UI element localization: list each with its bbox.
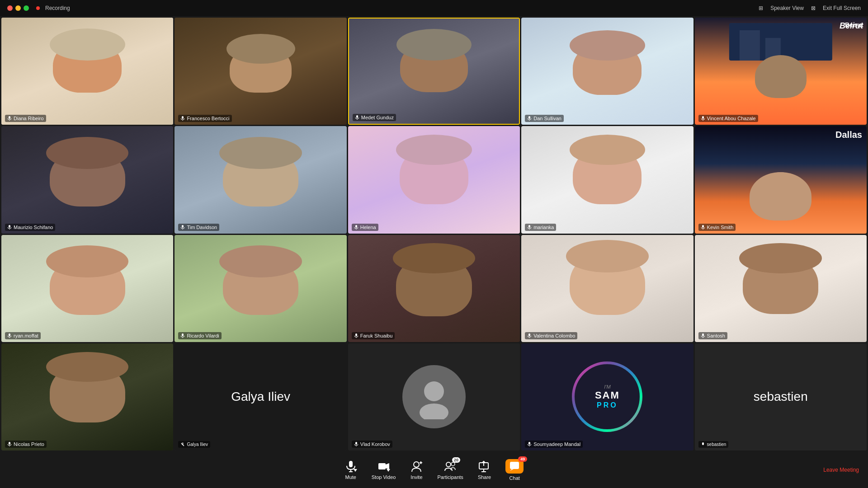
- participant-cell-diana: Diana Ribeiro: [1, 18, 173, 125]
- svg-rect-33: [182, 442, 184, 445]
- participant-name-diana: Diana Ribeiro: [5, 115, 46, 122]
- participant-cell-galya: Galya Iliev Galya Iliev: [175, 343, 346, 450]
- participant-name-maurizio: Maurizio Schifano: [5, 224, 55, 231]
- mic-icon-vincent: [701, 116, 705, 121]
- svg-point-34: [424, 381, 444, 401]
- participant-cell-sebastien: sebastien sebastien: [695, 343, 867, 450]
- svg-rect-26: [528, 333, 530, 336]
- mute-caret-icon: [353, 467, 358, 473]
- svg-rect-43: [349, 461, 353, 467]
- participant-cell-nicolas: Nicolas Prieto: [1, 343, 173, 450]
- invite-button[interactable]: Invite: [410, 460, 423, 480]
- mic-icon-medet: [355, 115, 359, 120]
- participant-cell-dan: Dan Sullivan: [521, 18, 693, 125]
- share-label: Share: [478, 474, 491, 480]
- participant-name-galya: Galya Iliev: [178, 441, 210, 448]
- mic-icon-ryan: [7, 333, 12, 338]
- mic-icon-francesco: [180, 116, 185, 121]
- svg-marker-46: [354, 469, 357, 472]
- participant-cell-vlad: Vlad Korobov: [348, 343, 520, 450]
- participant-name-helena: Helena: [352, 224, 378, 231]
- svg-marker-49: [387, 469, 390, 472]
- participants-badge: 20: [452, 457, 460, 463]
- svg-marker-60: [510, 469, 514, 471]
- participant-name-vlad: Vlad Korobov: [352, 441, 392, 448]
- invite-label: Invite: [410, 474, 422, 480]
- svg-rect-40: [528, 442, 530, 445]
- recording-indicator: [36, 6, 40, 10]
- mic-icon-diana: [7, 116, 12, 121]
- svg-rect-8: [702, 116, 704, 119]
- mic-icon-maurizio: [7, 225, 12, 230]
- participant-name-santosh: Santosh: [698, 332, 727, 339]
- speaker-view-label[interactable]: Speaker View: [770, 5, 804, 11]
- svg-rect-24: [355, 333, 357, 336]
- svg-rect-6: [528, 116, 530, 119]
- pro-label: PRO: [595, 401, 620, 409]
- svg-rect-4: [356, 115, 358, 118]
- mute-button[interactable]: Mute: [344, 460, 357, 480]
- svg-rect-12: [182, 225, 184, 228]
- mic-icon-kevin: [701, 225, 705, 230]
- participant-cell-marianka: marianka: [521, 126, 693, 233]
- svg-rect-30: [9, 442, 10, 445]
- dallas-label: Dallas: [835, 130, 862, 140]
- participant-cell-medet: Medet Gunduz: [348, 18, 520, 125]
- top-bar-left: Recording: [7, 5, 70, 11]
- svg-rect-10: [9, 225, 10, 228]
- close-button[interactable]: [7, 5, 13, 11]
- beirut-logo: Beirut: [840, 21, 863, 31]
- participants-button[interactable]: 20 Participants: [437, 460, 463, 480]
- leave-meeting-button[interactable]: Leave Meeting: [823, 467, 859, 473]
- vlad-avatar-icon: [411, 374, 457, 419]
- svg-point-54: [451, 462, 455, 466]
- mute-label: Mute: [345, 474, 356, 480]
- bottom-toolbar: Mute Stop Video Invite: [0, 452, 868, 488]
- mic-icon-marianka: [527, 225, 532, 230]
- mic-icon-nicolas: [7, 442, 12, 446]
- participant-cell-helena: Helena: [348, 126, 520, 233]
- participant-cell-faruk: Faruk Shuaibu: [348, 235, 520, 342]
- participant-cell-vincent: Beirut Beirut Vincent Abou Chazale: [695, 18, 867, 125]
- svg-rect-14: [355, 225, 357, 228]
- participant-name-marianka: marianka: [525, 224, 556, 231]
- recording-label: Recording: [45, 5, 70, 11]
- participant-name-faruk: Faruk Shuaibu: [352, 332, 395, 339]
- svg-rect-42: [702, 442, 704, 445]
- participant-name-tim: Tim Davidson: [178, 224, 219, 231]
- exit-fullscreen-label[interactable]: Exit Full Screen: [823, 5, 861, 11]
- mic-icon-sebastien: [701, 442, 705, 447]
- video-caret-icon: [386, 467, 391, 473]
- participant-name-dan: Dan Sullivan: [525, 115, 564, 122]
- sebastien-name: sebastien: [754, 389, 808, 404]
- svg-point-35: [420, 404, 448, 419]
- mic-icon-dan: [527, 116, 532, 121]
- stop-video-label: Stop Video: [372, 474, 396, 480]
- participant-name-ricardo: Ricardo Vilardi: [178, 332, 221, 339]
- mic-icon-tim: [180, 225, 185, 230]
- sam-label: SAM: [595, 389, 620, 401]
- mic-icon-ricardo: [180, 333, 185, 338]
- participant-cell-santosh: Santosh: [695, 235, 867, 342]
- top-bar: Recording ⊞ Speaker View ⊠ Exit Full Scr…: [0, 0, 868, 16]
- traffic-lights: [7, 5, 29, 11]
- participant-cell-soumya: I'M SAM PRO Soumyadeep Mandal: [521, 343, 693, 450]
- mic-icon-soumya: [527, 442, 532, 446]
- svg-rect-18: [702, 225, 704, 228]
- participant-name-francesco: Francesco Bertocci: [178, 115, 231, 122]
- share-button[interactable]: Share: [478, 460, 491, 480]
- stop-video-button[interactable]: Stop Video: [372, 460, 396, 480]
- mic-icon-vlad: [354, 442, 359, 446]
- mic-icon-valentina: [527, 333, 532, 338]
- mic-icon-faruk: [354, 333, 359, 338]
- svg-rect-2: [182, 116, 184, 119]
- maximize-button[interactable]: [24, 5, 29, 11]
- video-grid: Diana Ribeiro Francesco Bertocci Medet G…: [0, 16, 868, 452]
- chat-icon: [509, 461, 520, 472]
- participant-cell-francesco: Francesco Bertocci: [175, 18, 346, 125]
- svg-rect-59: [510, 462, 519, 469]
- galya-name: Galya Iliev: [231, 389, 290, 404]
- participant-name-nicolas: Nicolas Prieto: [5, 441, 47, 448]
- minimize-button[interactable]: [15, 5, 21, 11]
- chat-button[interactable]: 49 Chat: [505, 459, 524, 481]
